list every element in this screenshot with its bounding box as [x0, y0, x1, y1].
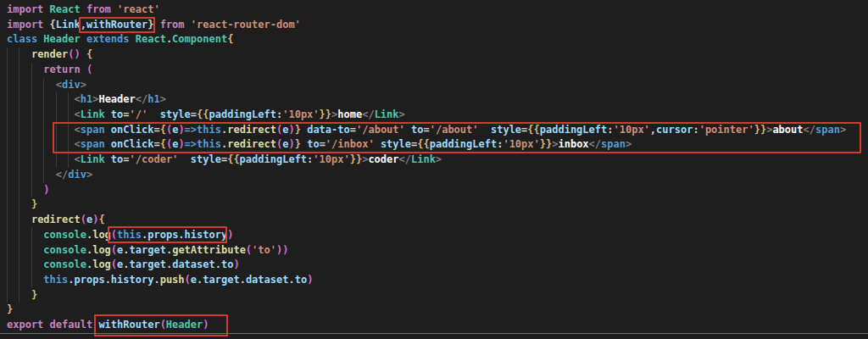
token-paren: ( [86, 64, 92, 75]
code-line: </div> [7, 168, 846, 183]
code-line: render() { [7, 47, 846, 63]
token-jsx-text: about [772, 124, 803, 136]
code-line: import {Link,withRouter} from 'react-rou… [7, 18, 846, 33]
token-string: '10px' [613, 124, 649, 136]
token-variable: to [111, 108, 123, 120]
token-jsx-tag-name: div [62, 79, 81, 91]
token-jsx-angle-bracket: </ [362, 108, 374, 120]
token-function-name: redirect [31, 214, 81, 225]
token-punctuation: = [153, 138, 159, 150]
token-paren: ( [111, 229, 117, 241]
token-keyword: this [117, 229, 142, 241]
code-line: console.log(this.props.history) [7, 228, 846, 243]
token-jsx-tag-name: span [601, 138, 626, 150]
token-type: console [43, 229, 86, 241]
token-keyword: this [197, 138, 221, 150]
code-line: console.log(e.target.dataset.to) [7, 258, 846, 273]
token-variable: history [185, 229, 228, 241]
token-variable: paddingLeft [209, 108, 276, 120]
token-brace: }} [320, 108, 331, 120]
token-string: '/about' [430, 124, 479, 136]
token-brace: }} [350, 153, 362, 165]
token-type: React [136, 33, 166, 45]
token-paren: ) [178, 124, 184, 136]
token-punctuation: = [423, 124, 429, 136]
token-punctuation [178, 153, 190, 165]
token-function-name: log [92, 244, 111, 256]
token-function-name: log [92, 229, 111, 241]
code-line: } [7, 197, 846, 213]
token-punctuation: . [240, 274, 246, 286]
token-paren: ( [246, 244, 252, 256]
token-string: 'react-router-dom' [191, 19, 301, 31]
token-type: console [43, 244, 86, 256]
token-paren: ) [288, 124, 294, 136]
token-keyword: => [185, 138, 197, 150]
code-line: ) [7, 183, 846, 198]
token-indent [7, 78, 56, 93]
token-jsx-text: inbox [558, 138, 588, 150]
token-keyword-control: return [43, 64, 80, 75]
token-indent [7, 47, 31, 63]
token-keyword-control: import [7, 19, 50, 31]
token-punctuation [81, 48, 86, 60]
token-indent [7, 258, 43, 273]
token-jsx-tag-name: span [81, 138, 105, 150]
token-keyword: extends [81, 33, 136, 45]
token-brace: } [295, 138, 301, 150]
token-type: React [50, 3, 81, 15]
token-keyword: => [185, 124, 197, 136]
token-keyword-control: export default [7, 319, 98, 331]
token-punctuation: , [81, 19, 86, 31]
bottom-divider [0, 333, 868, 334]
token-brace: { [227, 33, 233, 45]
token-indent [7, 153, 74, 168]
token-paren: ) [178, 138, 184, 150]
token-punctuation: = [123, 153, 129, 165]
token-keyword: class [7, 33, 43, 45]
token-variable: props [147, 229, 178, 241]
token-jsx-angle-bracket: </ [589, 138, 601, 150]
code-line: <h1>Header</h1> [7, 92, 846, 108]
token-string: '10px' [503, 138, 539, 150]
token-function-name: render [31, 48, 68, 60]
code-line: return ( [7, 63, 846, 78]
token-function-name: redirect [227, 138, 276, 150]
token-keyword-control: import [7, 3, 50, 15]
token-punctuation: . [105, 274, 111, 286]
token-variable: history [111, 274, 154, 286]
code-line: redirect(e){ [7, 213, 846, 228]
token-paren: ) [233, 258, 239, 270]
token-type: Link [81, 153, 105, 165]
token-jsx-tag-name: span [81, 124, 105, 136]
token-jsx-angle-bracket: > [86, 169, 92, 181]
token-string: '10px' [282, 108, 319, 120]
token-punctuation [81, 64, 86, 75]
token-brace: {{ [227, 153, 239, 165]
token-punctuation: : [693, 124, 698, 136]
token-type: Header [43, 33, 80, 45]
token-variable: Link [56, 19, 81, 31]
token-type: Link [375, 108, 399, 120]
token-punctuation [147, 108, 159, 120]
token-jsx-angle-bracket: </ [399, 153, 411, 165]
token-paren: ( [111, 244, 117, 256]
code-editor[interactable]: import React from 'react'import {Link,wi… [0, 0, 868, 339]
token-jsx-angle-bracket: < [56, 79, 62, 91]
token-punctuation [105, 124, 111, 136]
token-brace: }} [540, 138, 552, 150]
token-variable: onClick [111, 138, 154, 150]
token-jsx-angle-bracket: </ [56, 169, 68, 181]
code-line: class Header extends React.Component{ [7, 32, 846, 47]
token-punctuation [105, 108, 111, 120]
token-jsx-angle-bracket: < [74, 124, 80, 136]
token-variable: onClick [111, 124, 154, 136]
token-paren: )) [276, 244, 288, 256]
token-jsx-angle-bracket: < [74, 138, 80, 150]
token-function-name: log [92, 258, 111, 270]
token-indent [7, 63, 43, 78]
token-jsx-angle-bracket: > [81, 79, 86, 91]
token-brace: }} [754, 124, 766, 136]
token-function-name: getAttribute [172, 244, 246, 256]
token-variable: withRouter [98, 319, 159, 331]
